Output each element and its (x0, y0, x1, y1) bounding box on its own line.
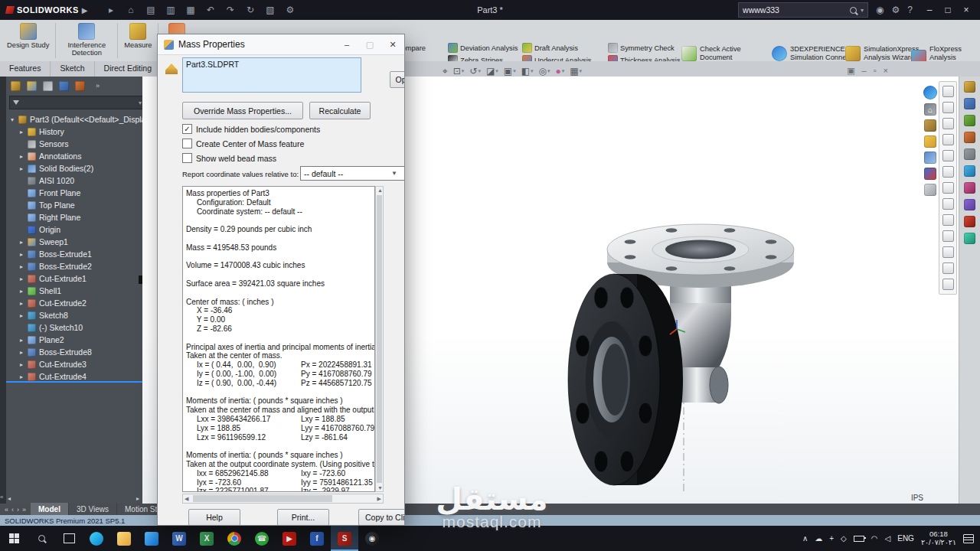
tree-expand-icon[interactable]: ▸ (18, 361, 24, 368)
filter-dropdown-icon[interactable]: ▾ (139, 99, 142, 106)
help-icon[interactable]: ? (907, 5, 913, 15)
mass-properties-dialog[interactable]: Mass Properties –▢✕ Part3.SLDPRT Options… (157, 34, 405, 526)
minimize-button[interactable]: – (920, 0, 939, 20)
language-indicator[interactable]: ENG (897, 534, 914, 543)
tree-item-origin[interactable]: Origin (6, 223, 142, 236)
sw-resource-monitor-taskbar-button[interactable]: ◉ (358, 526, 386, 551)
scroll-right-icon[interactable]: ▶ (377, 496, 381, 502)
tree-root-item[interactable]: ▾Part3 (Default<<Default>_Display S (6, 113, 142, 126)
configurationmanager-tab-icon[interactable] (43, 81, 53, 91)
tree-expand-icon[interactable]: ▸ (18, 373, 24, 380)
tree-item-cut-extrude4[interactable]: ▸Cut-Extrude4 (6, 370, 142, 383)
task-pane-icon[interactable] (964, 182, 975, 194)
custom-properties-tab-icon[interactable] (924, 184, 936, 196)
dialog-close-button[interactable]: ✕ (381, 34, 404, 54)
facebook-taskbar-button[interactable]: f (303, 526, 331, 551)
tab-features[interactable]: Features (0, 61, 51, 77)
tree-item-right-plane[interactable]: Right Plane (6, 211, 142, 223)
view-tool-icon[interactable] (942, 166, 954, 178)
dropdown-caret-icon[interactable]: ▾ (562, 68, 565, 74)
view-tool-icon[interactable] (942, 198, 954, 210)
horizontal-scroll-thumb[interactable] (193, 495, 332, 502)
clock[interactable]: 06:18 ٢٠/٠٧/٢٠٢١ (921, 530, 956, 547)
file-explorer-taskbar-button[interactable] (110, 526, 138, 551)
dropdown-caret-icon[interactable]: ▾ (495, 68, 498, 74)
horizontal-scrollbar[interactable]: ◀ ▶ (182, 494, 384, 504)
task-pane-icon[interactable] (964, 148, 975, 160)
tree-item-annotations[interactable]: ▸Annotations (6, 150, 142, 162)
open-icon[interactable]: ▤ (145, 5, 157, 15)
tree-item-cut-extrude2[interactable]: ▸Cut-Extrude2 (6, 297, 142, 309)
file-properties-icon[interactable]: ▧ (264, 5, 276, 15)
dialog-title-bar[interactable]: Mass Properties –▢✕ (158, 34, 404, 55)
section-view-icon[interactable]: ◪▾ (486, 66, 498, 77)
print-icon[interactable]: ▦ (185, 5, 197, 15)
options-button[interactable]: Options... (390, 71, 405, 88)
checkbox-include-hidden-bodies-components[interactable]: ✓Include hidden bodies/components (182, 124, 320, 134)
volume-icon[interactable]: ◁ (885, 534, 891, 543)
view-tool-icon[interactable] (942, 182, 954, 194)
checkbox-icon[interactable]: ✓ (182, 124, 192, 134)
rebuild-icon[interactable]: ↻ (244, 5, 256, 15)
tree-expand-icon[interactable]: ▸ (18, 153, 24, 160)
tree-expand-icon[interactable]: ▸ (18, 337, 24, 344)
report-coordinate-select[interactable]: -- default -- ▼ (300, 166, 405, 181)
checkbox-icon[interactable] (182, 153, 192, 163)
tree-item-shell1[interactable]: ▸Shell1 (6, 285, 142, 297)
vertical-scroll-thumb[interactable] (377, 195, 382, 483)
action-center-icon[interactable] (963, 534, 974, 543)
tree-item-cut-extrude3[interactable]: ▸Cut-Extrude3 (6, 358, 142, 370)
ribbon-button-deviation-analysis[interactable]: Deviation Analysis (448, 43, 518, 53)
maximize-button[interactable]: □ (939, 0, 957, 20)
print-button[interactable]: Print... (277, 509, 329, 526)
dropdown-caret-icon[interactable]: ▾ (531, 68, 534, 74)
scroll-down-icon[interactable]: ▼ (377, 485, 383, 491)
panel-tabs-more-icon[interactable]: » (96, 82, 100, 90)
propertymanager-tab-icon[interactable] (27, 81, 37, 91)
tree-item-plane2[interactable]: ▸Plane2 (6, 334, 142, 346)
view-tool-icon[interactable] (942, 102, 954, 113)
wifi-icon[interactable]: ◠ (871, 534, 878, 543)
login-icon[interactable]: ◉ (876, 5, 884, 15)
view-tool-icon[interactable] (942, 230, 954, 242)
view-orientation-icon[interactable]: ▣▾ (504, 66, 516, 77)
chrome-taskbar-button[interactable] (220, 526, 248, 551)
vertical-scrollbar[interactable]: ▲ ▼ (375, 186, 384, 492)
tab-direct-editing[interactable]: Direct Editing (95, 61, 162, 77)
close-window-icon[interactable]: × (884, 66, 888, 76)
start-button[interactable] (0, 526, 28, 551)
task-pane-icon[interactable] (964, 216, 975, 227)
view-settings-icon[interactable]: ▦▾ (570, 66, 582, 77)
tree-item-boss-extrude1[interactable]: ▸Boss-Extrude1 (6, 248, 142, 260)
bluetooth-icon[interactable]: ◇ (841, 534, 847, 543)
defender-icon[interactable]: + (829, 534, 834, 543)
task-pane-icon[interactable] (964, 132, 975, 143)
tree-expand-icon[interactable]: ▸ (18, 288, 24, 295)
selected-document-field[interactable]: Part3.SLDPRT (182, 57, 361, 93)
settings-gear-icon[interactable]: ⚙ (892, 5, 900, 15)
tab-sketch[interactable]: Sketch (51, 61, 94, 77)
featuremanager-tab-icon[interactable] (11, 81, 21, 91)
tree-scroll-left-icon[interactable]: ◂ (8, 495, 11, 502)
solidworks-taskbar-button[interactable]: S (331, 526, 358, 551)
battery-icon[interactable] (854, 536, 864, 542)
tree-item-aisi-1020[interactable]: AISI 1020 (6, 174, 142, 187)
tree-expand-icon[interactable]: ▸ (18, 251, 24, 258)
menu-pin-icon[interactable]: ▸ (105, 5, 117, 15)
model-tab-arrow-icon[interactable]: ‹ (11, 506, 14, 514)
frame-icon[interactable]: ▣ (847, 66, 854, 76)
dialog-minimize-button[interactable]: – (335, 34, 358, 54)
tab-3d-views[interactable]: 3D Views (69, 503, 117, 516)
task-pane-icon[interactable] (964, 81, 975, 93)
undo-icon[interactable]: ↶ (204, 5, 217, 15)
tree-item-boss-extrude8[interactable]: ▸Boss-Extrude8 (6, 346, 142, 358)
ribbon-button-draft-analysis[interactable]: Draft Analysis (522, 43, 578, 53)
task-pane-icon[interactable] (964, 165, 975, 177)
dropdown-caret-icon[interactable]: ▾ (513, 68, 516, 74)
tree-item-top-plane[interactable]: Top Plane (6, 199, 142, 211)
tree-scroll-right-icon[interactable]: ▸ (136, 495, 139, 502)
whatsapp-taskbar-button[interactable]: ☎ (248, 526, 276, 551)
dropdown-caret-icon[interactable]: ▾ (580, 68, 583, 74)
ribbon-button-simulationxpress-analysis-wizard[interactable]: SimulationXpressAnalysis Wizard (845, 45, 919, 61)
checkbox-icon[interactable] (182, 139, 192, 148)
